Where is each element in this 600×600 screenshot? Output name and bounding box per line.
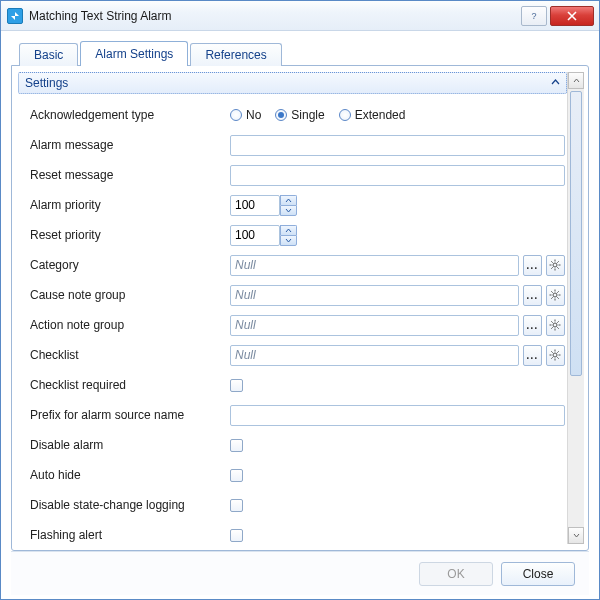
label-disable-alarm: Disable alarm: [30, 438, 230, 452]
radio-label: No: [246, 108, 261, 122]
input-action-note-group[interactable]: [230, 315, 519, 336]
tab-alarm-settings[interactable]: Alarm Settings: [80, 41, 188, 66]
scroll-thumb[interactable]: [570, 91, 582, 376]
svg-text:?: ?: [531, 11, 536, 21]
svg-line-18: [552, 297, 553, 298]
ok-button[interactable]: OK: [419, 562, 493, 586]
vertical-scrollbar[interactable]: [567, 72, 584, 544]
scroll-up-button[interactable]: [568, 72, 584, 89]
input-category[interactable]: [230, 255, 519, 276]
label-prefix: Prefix for alarm source name: [30, 408, 230, 422]
svg-line-9: [552, 267, 553, 268]
checkbox-disable-alarm[interactable]: [230, 439, 243, 452]
gear-icon: [549, 349, 561, 361]
dialog-footer: OK Close: [11, 551, 589, 595]
svg-line-8: [558, 261, 559, 262]
input-checklist[interactable]: [230, 345, 519, 366]
svg-line-7: [558, 267, 559, 268]
svg-point-1: [553, 263, 557, 267]
browse-button[interactable]: ...: [523, 285, 542, 306]
checkbox-checklist-required[interactable]: [230, 379, 243, 392]
label-flashing-alert: Flashing alert: [30, 528, 230, 542]
app-icon: [7, 8, 23, 24]
radio-ack-extended[interactable]: Extended: [339, 108, 406, 122]
svg-line-35: [558, 351, 559, 352]
checkbox-disable-scl[interactable]: [230, 499, 243, 512]
svg-line-25: [558, 327, 559, 328]
input-alarm-priority[interactable]: [230, 195, 280, 216]
close-button[interactable]: Close: [501, 562, 575, 586]
settings-gear-button[interactable]: [546, 255, 565, 276]
input-prefix[interactable]: [230, 405, 565, 426]
label-reset-message: Reset message: [30, 168, 230, 182]
svg-line-16: [558, 297, 559, 298]
gear-icon: [549, 259, 561, 271]
svg-line-34: [558, 357, 559, 358]
dialog-window: Matching Text String Alarm ? Basic Alarm…: [0, 0, 600, 600]
spinner-up-button[interactable]: [280, 195, 297, 206]
spinner-alarm-priority: [230, 195, 297, 216]
tab-references[interactable]: References: [190, 43, 281, 66]
svg-point-28: [553, 353, 557, 357]
spinner-up-button[interactable]: [280, 225, 297, 236]
svg-line-15: [552, 291, 553, 292]
svg-line-33: [552, 351, 553, 352]
label-disable-scl: Disable state-change logging: [30, 498, 230, 512]
radio-label: Extended: [355, 108, 406, 122]
label-cause-note-group: Cause note group: [30, 288, 230, 302]
svg-line-24: [552, 321, 553, 322]
scroll-down-button[interactable]: [568, 527, 584, 544]
spinner-down-button[interactable]: [280, 235, 297, 246]
radio-dot-icon: [339, 109, 351, 121]
radio-label: Single: [291, 108, 324, 122]
svg-line-17: [558, 291, 559, 292]
section-title: Settings: [25, 76, 68, 90]
tab-basic[interactable]: Basic: [19, 43, 78, 66]
svg-point-10: [553, 293, 557, 297]
input-reset-message[interactable]: [230, 165, 565, 186]
label-checklist-required: Checklist required: [30, 378, 230, 392]
label-category: Category: [30, 258, 230, 272]
label-alarm-message: Alarm message: [30, 138, 230, 152]
tabpage: Settings Acknowledgement type: [11, 65, 589, 551]
close-window-button[interactable]: [550, 6, 594, 26]
browse-button[interactable]: ...: [523, 315, 542, 336]
scroll-track[interactable]: [568, 89, 584, 527]
section-header-settings[interactable]: Settings: [18, 72, 567, 94]
collapse-icon: [551, 78, 560, 89]
settings-scroll-content: Settings Acknowledgement type: [18, 72, 567, 544]
settings-gear-button[interactable]: [546, 345, 565, 366]
titlebar: Matching Text String Alarm ?: [1, 1, 599, 31]
checkbox-auto-hide[interactable]: [230, 469, 243, 482]
label-action-note-group: Action note group: [30, 318, 230, 332]
gear-icon: [549, 289, 561, 301]
client-area: Basic Alarm Settings References Settings: [1, 31, 599, 599]
radio-ack-no[interactable]: No: [230, 108, 261, 122]
browse-button[interactable]: ...: [523, 345, 542, 366]
input-reset-priority[interactable]: [230, 225, 280, 246]
checkbox-flashing-alert[interactable]: [230, 529, 243, 542]
help-button[interactable]: ?: [521, 6, 547, 26]
svg-line-27: [552, 327, 553, 328]
tabstrip: Basic Alarm Settings References: [11, 41, 589, 65]
input-alarm-message[interactable]: [230, 135, 565, 156]
settings-gear-button[interactable]: [546, 315, 565, 336]
label-auto-hide: Auto hide: [30, 468, 230, 482]
label-alarm-priority: Alarm priority: [30, 198, 230, 212]
label-reset-priority: Reset priority: [30, 228, 230, 242]
spinner-reset-priority: [230, 225, 297, 246]
settings-gear-button[interactable]: [546, 285, 565, 306]
svg-line-26: [558, 321, 559, 322]
label-checklist: Checklist: [30, 348, 230, 362]
radio-dot-icon: [275, 109, 287, 121]
gear-icon: [549, 319, 561, 331]
spinner-down-button[interactable]: [280, 205, 297, 216]
svg-line-36: [552, 357, 553, 358]
browse-button[interactable]: ...: [523, 255, 542, 276]
label-ack-type: Acknowledgement type: [30, 108, 230, 122]
input-cause-note-group[interactable]: [230, 285, 519, 306]
radio-ack-single[interactable]: Single: [275, 108, 324, 122]
radio-dot-icon: [230, 109, 242, 121]
window-title: Matching Text String Alarm: [29, 9, 521, 23]
svg-point-19: [553, 323, 557, 327]
